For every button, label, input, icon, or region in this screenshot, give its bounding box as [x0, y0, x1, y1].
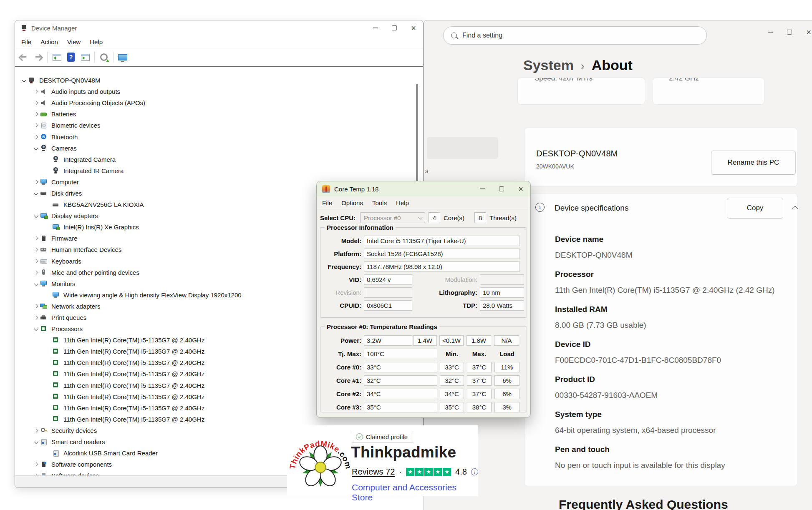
- tree-item[interactable]: Biometric devices: [16, 120, 414, 131]
- core-temp-row: Core #2:34°C34°C37°C6%: [323, 387, 524, 400]
- spec-label: Device ID: [555, 340, 784, 349]
- forward-arrow-icon[interactable]: [31, 51, 45, 63]
- core-temp-app-icon: [322, 185, 330, 193]
- chevron-down-icon[interactable]: [32, 440, 40, 443]
- spec-label: Device name: [555, 235, 784, 244]
- maximize-button[interactable]: [780, 25, 799, 40]
- faq-heading[interactable]: Frequently Asked Questions: [559, 497, 728, 510]
- device-name-card: DESKTOP-QN0V48M 20WK00AVUK Rename this P…: [524, 128, 797, 187]
- close-button[interactable]: ×: [404, 20, 423, 35]
- smartcard-icon: [40, 439, 48, 445]
- core-load-value: 6%: [494, 389, 519, 399]
- chevron-right-icon[interactable]: [32, 271, 40, 274]
- minimize-button[interactable]: [473, 181, 492, 196]
- tree-item-label: 11th Gen Intel(R) Core(TM) i5-1135G7 @ 2…: [63, 370, 204, 377]
- breadcrumb-separator: ›: [581, 58, 585, 73]
- computer-scan-icon[interactable]: [116, 51, 130, 63]
- cpu-icon: [52, 371, 60, 377]
- field-label: Core #1:: [323, 377, 361, 384]
- tree-item[interactable]: Integrated IR Camera: [16, 165, 414, 176]
- toolbar: [15, 48, 423, 66]
- device-specifications-header[interactable]: i Device specifications Copy: [525, 193, 797, 223]
- tree-item-label: Network adapters: [51, 303, 101, 310]
- menu-help[interactable]: Help: [85, 38, 107, 45]
- select-cpu-row: Select CPU: Processor #0 4 Core(s) 8 Thr…: [317, 211, 530, 225]
- tree-item-label: Wide viewing angle & High density FlexVi…: [63, 291, 242, 299]
- trustpilot-profile-card: ThinkPadMike.com Claimed profile: [287, 425, 478, 496]
- chevron-down-icon[interactable]: [32, 282, 40, 285]
- threads-count: 8: [474, 212, 486, 223]
- chevron-right-icon[interactable]: [32, 260, 40, 263]
- power-row: Power:3.2W1.4W<0.1W1.8WN/A: [323, 334, 524, 347]
- speaker-icon: [40, 100, 48, 106]
- chevron-down-icon[interactable]: [32, 214, 40, 217]
- chevron-right-icon[interactable]: [32, 90, 40, 93]
- maximize-button[interactable]: [492, 181, 511, 196]
- menu-view[interactable]: View: [63, 38, 85, 45]
- reviews-link[interactable]: Reviews 72: [352, 467, 395, 477]
- tree-item[interactable]: Batteries: [16, 108, 414, 120]
- properties-icon[interactable]: [78, 51, 92, 63]
- chevron-down-icon[interactable]: [32, 327, 40, 330]
- search-input[interactable]: Find a setting: [443, 26, 707, 45]
- info-icon[interactable]: i: [471, 468, 478, 475]
- tree-item[interactable]: Integrated Camera: [16, 154, 414, 165]
- puzzle-icon: [40, 461, 48, 468]
- cpu-dropdown[interactable]: Processor #0: [360, 212, 425, 223]
- menu-tools[interactable]: Tools: [368, 199, 391, 206]
- tree-item[interactable]: Audio Processing Objects (APOs): [16, 97, 414, 108]
- field-label: Tj. Max:: [323, 350, 361, 357]
- minimize-button[interactable]: [366, 20, 385, 35]
- show-console-tree-icon[interactable]: [50, 51, 64, 63]
- tree-item[interactable]: Audio inputs and outputs: [16, 86, 414, 97]
- field-label: TDP:: [412, 302, 477, 309]
- help-icon[interactable]: [64, 51, 78, 63]
- chevron-right-icon[interactable]: [32, 237, 40, 240]
- field-value: [364, 287, 412, 298]
- chevron-right-icon[interactable]: [32, 136, 40, 138]
- close-button[interactable]: ×: [799, 25, 812, 40]
- chevron-right-icon[interactable]: [32, 101, 40, 104]
- menu-file[interactable]: File: [318, 199, 337, 206]
- breadcrumb: System › About: [523, 57, 633, 73]
- tree-item-label: Integrated IR Camera: [63, 167, 124, 174]
- chevron-right-icon[interactable]: [32, 305, 40, 308]
- back-arrow-icon[interactable]: [17, 51, 31, 63]
- sidebar-selected-item[interactable]: [427, 137, 498, 159]
- chevron-right-icon[interactable]: [32, 248, 40, 251]
- tree-item[interactable]: Bluetooth: [16, 131, 414, 142]
- minimize-button[interactable]: [761, 25, 780, 40]
- tree-item-label: 11th Gen Intel(R) Core(TM) i5-1135G7 @ 2…: [63, 348, 204, 355]
- toolbar-divider: [94, 52, 95, 63]
- tree-item-label: Batteries: [51, 111, 76, 118]
- category-link[interactable]: Computer and Accessories Store: [352, 482, 478, 502]
- thinkpadmike-logo: ThinkPadMike.com: [290, 427, 351, 493]
- chevron-down-icon[interactable]: [20, 79, 28, 82]
- chevron-right-icon[interactable]: [32, 113, 40, 116]
- disk-icon: [52, 201, 60, 208]
- chevron-right-icon[interactable]: [32, 316, 40, 319]
- tree-item[interactable]: Cameras: [16, 143, 414, 154]
- breadcrumb-system[interactable]: System: [523, 57, 574, 73]
- rename-pc-button[interactable]: Rename this PC: [711, 151, 796, 175]
- chevron-right-icon[interactable]: [32, 124, 40, 127]
- menu-options[interactable]: Options: [337, 199, 368, 206]
- close-button[interactable]: ×: [511, 181, 530, 196]
- menu-file[interactable]: File: [17, 38, 36, 45]
- menu-help[interactable]: Help: [391, 199, 414, 206]
- chevron-right-icon[interactable]: [32, 463, 40, 466]
- maximize-button[interactable]: [385, 20, 404, 35]
- copy-button[interactable]: Copy: [727, 198, 783, 219]
- chevron-down-icon[interactable]: [32, 147, 40, 150]
- tree-item[interactable]: DESKTOP-QN0V48M: [16, 75, 414, 86]
- spec-label: Product ID: [555, 375, 784, 384]
- chevron-up-icon[interactable]: [792, 206, 799, 213]
- chevron-right-icon[interactable]: [32, 429, 40, 432]
- tree-item-label: Audio Processing Objects (APOs): [51, 99, 145, 106]
- chevron-right-icon[interactable]: [32, 181, 40, 183]
- spec-summary-card: 2.42 GHz: [653, 78, 764, 105]
- processor-information-group: Processor Information Model:Intel Core i…: [320, 227, 527, 318]
- chevron-down-icon[interactable]: [32, 192, 40, 195]
- menu-action[interactable]: Action: [36, 38, 63, 45]
- scan-hardware-changes-icon[interactable]: [97, 51, 111, 63]
